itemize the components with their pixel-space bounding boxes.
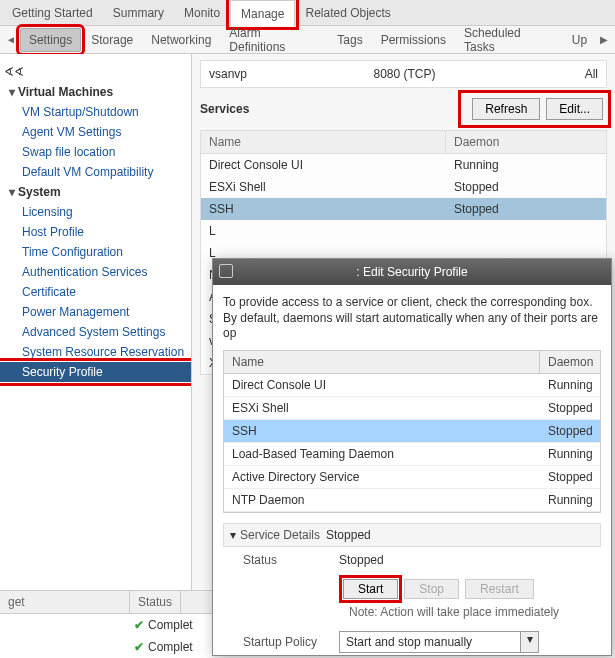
- cell: Stopped: [446, 198, 606, 220]
- nav-prev-icon[interactable]: ◄: [4, 34, 18, 45]
- svc-row-ssh[interactable]: SSHStopped: [201, 198, 606, 220]
- check-icon: ✔: [134, 640, 144, 654]
- svc-row[interactable]: L: [201, 220, 606, 242]
- subtab-settings[interactable]: Settings: [20, 28, 81, 52]
- dlg-row[interactable]: NTP DaemonRunning: [224, 489, 600, 512]
- task-status: Complet: [148, 640, 193, 654]
- col-daemon[interactable]: Daemon: [446, 131, 606, 153]
- tree-agent-vm[interactable]: Agent VM Settings: [0, 122, 191, 142]
- tab-summary[interactable]: Summary: [103, 0, 174, 26]
- start-button[interactable]: Start: [343, 579, 398, 599]
- tree-licensing[interactable]: Licensing: [0, 202, 191, 222]
- subtab-storage[interactable]: Storage: [83, 29, 141, 51]
- task-col-target[interactable]: get: [0, 591, 130, 613]
- firewall-row: vsanvp 8080 (TCP) All: [200, 60, 607, 88]
- cell: Running: [446, 154, 606, 176]
- fw-name: vsanvp: [209, 67, 374, 81]
- fw-dir: All: [538, 67, 598, 81]
- service-details-header[interactable]: ▾ Service Details Stopped: [223, 523, 601, 547]
- subtab-permissions[interactable]: Permissions: [373, 29, 454, 51]
- cell: SSH: [201, 198, 446, 220]
- tree-swap-file[interactable]: Swap file location: [0, 142, 191, 162]
- tree-default-compat[interactable]: Default VM Compatibility: [0, 162, 191, 182]
- cell: Direct Console UI: [201, 154, 446, 176]
- task-col-status[interactable]: Status: [130, 591, 181, 613]
- tree-collapse-icon[interactable]: ∢∢: [0, 62, 191, 82]
- subtab-up[interactable]: Up: [564, 29, 595, 51]
- tree-label: System: [18, 185, 61, 199]
- status-value: Stopped: [339, 553, 384, 567]
- dlg-col-name[interactable]: Name: [224, 351, 540, 373]
- startup-policy-label: Startup Policy: [229, 635, 339, 649]
- col-name[interactable]: Name: [201, 131, 446, 153]
- subtab-scheduled-tasks[interactable]: Scheduled Tasks: [456, 22, 562, 58]
- tree-virtual-machines[interactable]: ▾Virtual Machines: [0, 82, 191, 102]
- subtab-networking[interactable]: Networking: [143, 29, 219, 51]
- cell: ESXi Shell: [201, 176, 446, 198]
- task-status: Complet: [148, 618, 193, 632]
- dialog-description: To provide access to a service or client…: [223, 295, 601, 342]
- dialog-services-table: Name Daemon Direct Console UIRunning ESX…: [223, 350, 601, 513]
- refresh-button[interactable]: Refresh: [472, 98, 540, 120]
- recent-tasks: get Status ✔Complet ✔Complet: [0, 590, 212, 658]
- dlg-row-ssh[interactable]: SSHStopped: [224, 420, 600, 443]
- tree-host-profile[interactable]: Host Profile: [0, 222, 191, 242]
- fw-port: 8080 (TCP): [374, 67, 539, 81]
- dialog-title: : Edit Security Profile: [356, 265, 467, 279]
- tree-time-config[interactable]: Time Configuration: [0, 242, 191, 262]
- dlg-row[interactable]: Direct Console UIRunning: [224, 374, 600, 397]
- dlg-row[interactable]: Active Directory ServiceStopped: [224, 466, 600, 489]
- edit-button[interactable]: Edit...: [546, 98, 603, 120]
- settings-sidebar: ∢∢ ▾Virtual Machines VM Startup/Shutdown…: [0, 54, 192, 658]
- svc-row[interactable]: ESXi ShellStopped: [201, 176, 606, 198]
- startup-policy-select[interactable]: Start and stop manually ▾: [339, 631, 539, 653]
- tree-power-mgmt[interactable]: Power Management: [0, 302, 191, 322]
- section-collapse-icon[interactable]: ▾: [230, 528, 236, 542]
- tree-auth-services[interactable]: Authentication Services: [0, 262, 191, 282]
- tree-sys-resource[interactable]: System Resource Reservation: [0, 342, 191, 362]
- tree-adv-settings[interactable]: Advanced System Settings: [0, 322, 191, 342]
- tree-label: Virtual Machines: [18, 85, 113, 99]
- tree-vm-startup[interactable]: VM Startup/Shutdown: [0, 102, 191, 122]
- stop-button: Stop: [404, 579, 459, 599]
- dlg-row[interactable]: Load-Based Teaming DaemonRunning: [224, 443, 600, 466]
- tree-system[interactable]: ▾System: [0, 182, 191, 202]
- action-note: Note: Action will take place immediately: [223, 605, 601, 625]
- task-row[interactable]: ✔Complet: [0, 636, 212, 658]
- task-row[interactable]: ✔Complet: [0, 614, 212, 636]
- edit-security-profile-dialog: : Edit Security Profile To provide acces…: [212, 258, 612, 656]
- check-icon: ✔: [134, 618, 144, 632]
- tree-security-profile[interactable]: Security Profile: [0, 362, 191, 382]
- dlg-row[interactable]: ESXi ShellStopped: [224, 397, 600, 420]
- cell: L: [201, 220, 446, 242]
- restart-button: Restart: [465, 579, 534, 599]
- subtab-tags[interactable]: Tags: [329, 29, 370, 51]
- select-value: Start and stop manually: [340, 632, 520, 652]
- subtab-alarm-definitions[interactable]: Alarm Definitions: [221, 22, 327, 58]
- nav-next-icon[interactable]: ▶: [597, 34, 611, 45]
- tab-getting-started[interactable]: Getting Started: [2, 0, 103, 26]
- svc-row[interactable]: Direct Console UIRunning: [201, 154, 606, 176]
- sub-tab-bar: ◄ Settings Storage Networking Alarm Defi…: [0, 26, 615, 54]
- tree-certificate[interactable]: Certificate: [0, 282, 191, 302]
- host-icon: [219, 264, 233, 278]
- cell: Stopped: [446, 176, 606, 198]
- dialog-title-bar[interactable]: : Edit Security Profile: [213, 259, 611, 285]
- services-heading: Services: [200, 102, 462, 116]
- dlg-col-daemon[interactable]: Daemon: [540, 351, 600, 373]
- details-value: Stopped: [326, 528, 371, 542]
- dropdown-arrow-icon[interactable]: ▾: [520, 632, 538, 652]
- status-label: Status: [229, 553, 339, 567]
- details-label: Service Details: [240, 528, 320, 542]
